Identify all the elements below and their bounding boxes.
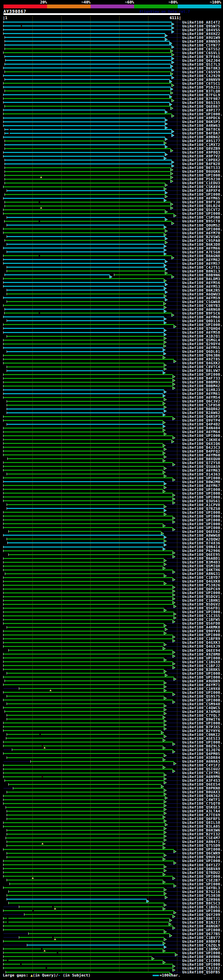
alignment-bar[interactable] bbox=[5, 163, 172, 164]
alignment-bar[interactable] bbox=[7, 336, 164, 337]
alignment-row[interactable]: UniRef100_P53030 bbox=[0, 894, 223, 897]
alignment-row[interactable]: UniRef100_B6K3D8 bbox=[0, 243, 223, 247]
alignment-bar[interactable] bbox=[3, 918, 170, 919]
alignment-bar[interactable] bbox=[3, 186, 164, 188]
alignment-bar[interactable] bbox=[3, 600, 173, 601]
alignment-bar[interactable] bbox=[7, 538, 164, 539]
alignment-bar[interactable] bbox=[19, 688, 164, 689]
alignment-bar[interactable] bbox=[9, 902, 164, 904]
alignment-bar[interactable] bbox=[3, 125, 165, 126]
alignment-bar[interactable] bbox=[3, 921, 169, 923]
alignment-bar[interactable] bbox=[3, 964, 173, 965]
subject-label[interactable]: UniRef100_A9U1W9 bbox=[182, 36, 220, 40]
alignment-row[interactable]: UniRef100_B8AGN8 bbox=[0, 254, 223, 258]
alignment-bar[interactable] bbox=[7, 673, 165, 674]
alignment-bar[interactable] bbox=[12, 749, 173, 750]
alignment-bar[interactable] bbox=[7, 895, 165, 896]
alignment-bar[interactable] bbox=[3, 98, 172, 99]
subject-label[interactable]: UniRef100_B3RRK5 bbox=[182, 668, 220, 671]
alignment-bar[interactable] bbox=[3, 596, 173, 597]
alignment-bar[interactable] bbox=[9, 650, 173, 651]
alignment-bar[interactable] bbox=[3, 286, 164, 287]
alignment-bar[interactable] bbox=[7, 818, 164, 819]
alignment-bar[interactable] bbox=[29, 933, 170, 934]
alignment-bar[interactable] bbox=[7, 853, 164, 854]
alignment-bar[interactable] bbox=[7, 401, 163, 402]
alignment-bar[interactable] bbox=[7, 409, 164, 409]
alignment-bar[interactable] bbox=[3, 378, 173, 379]
alignment-bar[interactable] bbox=[3, 745, 163, 746]
alignment-bar[interactable] bbox=[7, 504, 164, 505]
alignment-bar[interactable] bbox=[7, 841, 163, 842]
alignment-bar[interactable] bbox=[3, 454, 164, 455]
alignment-row[interactable]: UniRef100_C6SVL1 bbox=[0, 51, 223, 55]
alignment-bar[interactable] bbox=[3, 635, 173, 635]
subject-label[interactable]: UniRef100_P53030 bbox=[182, 894, 220, 897]
alignment-bar[interactable] bbox=[7, 251, 164, 252]
alignment-bar[interactable] bbox=[3, 447, 164, 448]
alignment-bar[interactable] bbox=[3, 359, 174, 360]
alignment-bar[interactable] bbox=[3, 397, 164, 398]
alignment-bar[interactable] bbox=[3, 692, 173, 693]
alignment-bar[interactable] bbox=[3, 726, 164, 727]
alignment-bar[interactable] bbox=[8, 542, 164, 543]
subject-label[interactable]: UniRef100_B7G216 bbox=[182, 890, 220, 894]
alignment-bar[interactable] bbox=[7, 351, 164, 352]
alignment-bar[interactable] bbox=[3, 665, 173, 666]
alignment-bar[interactable] bbox=[5, 91, 171, 91]
subject-label[interactable]: UniRef100_A8I4T2 bbox=[182, 21, 220, 24]
subject-label[interactable]: UniRef100_Q4YBL3 bbox=[182, 886, 220, 890]
alignment-bar[interactable] bbox=[7, 244, 164, 245]
alignment-bar[interactable] bbox=[5, 179, 171, 180]
alignment-bar[interactable] bbox=[3, 826, 164, 827]
alignment-row[interactable]: UniRef100_A9UDR9 bbox=[0, 679, 223, 683]
alignment-row[interactable]: UniRef100_B0XQU0 bbox=[0, 457, 223, 461]
subject-label[interactable]: UniRef100_Q2H966 bbox=[182, 897, 220, 901]
alignment-bar[interactable] bbox=[3, 317, 164, 317]
alignment-bar[interactable] bbox=[3, 753, 164, 754]
alignment-bar[interactable] bbox=[5, 274, 110, 275]
alignment-row[interactable]: UniRef100_Q7ZYS8 bbox=[0, 461, 223, 465]
alignment-row[interactable]: UniRef100_Q9SW75 bbox=[0, 24, 223, 28]
subject-label[interactable]: UniRef100_B4J3C3 bbox=[182, 445, 220, 450]
alignment-bar[interactable] bbox=[7, 293, 164, 294]
alignment-bar[interactable] bbox=[3, 550, 173, 551]
alignment-bar[interactable] bbox=[3, 707, 164, 708]
alignment-row[interactable]: UniRef100_Q6XIQ6 bbox=[0, 442, 223, 445]
alignment-bar[interactable] bbox=[3, 259, 165, 260]
alignment-bar[interactable] bbox=[3, 282, 165, 283]
alignment-bar[interactable] bbox=[3, 255, 172, 256]
alignment-bar[interactable] bbox=[7, 627, 165, 628]
alignment-bar[interactable] bbox=[3, 389, 164, 390]
alignment-row[interactable]: UniRef100_A8I4T2 bbox=[0, 21, 223, 24]
alignment-bar[interactable] bbox=[3, 527, 173, 528]
alignment-bar[interactable] bbox=[3, 700, 173, 700]
alignment-bar[interactable] bbox=[114, 274, 172, 275]
subject-label[interactable]: UniRef100_Q7ZYS8 bbox=[182, 461, 220, 465]
alignment-bar[interactable] bbox=[3, 926, 173, 926]
subject-label[interactable]: UniRef100_Q6XIQ6 bbox=[182, 442, 220, 445]
alignment-row[interactable]: UniRef100_C6T552 bbox=[0, 47, 223, 51]
subject-label[interactable]: UniRef100_Q6EE94 bbox=[182, 649, 220, 652]
alignment-row[interactable]: UniRef100_C1BGX8 bbox=[0, 660, 223, 664]
alignment-bar[interactable] bbox=[3, 232, 164, 233]
alignment-row[interactable]: UniRef100_B4PFQ2 bbox=[0, 450, 223, 453]
alignment-bar[interactable] bbox=[5, 71, 171, 72]
alignment-bar[interactable] bbox=[3, 435, 173, 436]
alignment-bar[interactable] bbox=[3, 481, 164, 482]
alignment-row[interactable]: UniRef100_UPI000.. bbox=[0, 228, 223, 231]
alignment-bar[interactable] bbox=[3, 493, 173, 494]
alignment-row[interactable]: UniRef100_C1BFJ2 bbox=[0, 664, 223, 668]
alignment-bar[interactable] bbox=[7, 290, 165, 291]
alignment-bar[interactable] bbox=[3, 213, 174, 214]
alignment-bar[interactable] bbox=[3, 385, 173, 387]
alignment-bar[interactable] bbox=[3, 198, 164, 199]
alignment-bar[interactable] bbox=[5, 573, 164, 574]
alignment-bar[interactable] bbox=[7, 880, 163, 881]
alignment-row[interactable]: UniRef100_A6YM70 bbox=[0, 231, 223, 235]
alignment-bar[interactable] bbox=[19, 906, 163, 907]
alignment-bar[interactable] bbox=[3, 94, 170, 95]
alignment-bar[interactable] bbox=[13, 788, 164, 789]
alignment-bar[interactable] bbox=[7, 757, 163, 758]
alignment-row[interactable]: UniRef100_A6YM71 bbox=[0, 683, 223, 687]
